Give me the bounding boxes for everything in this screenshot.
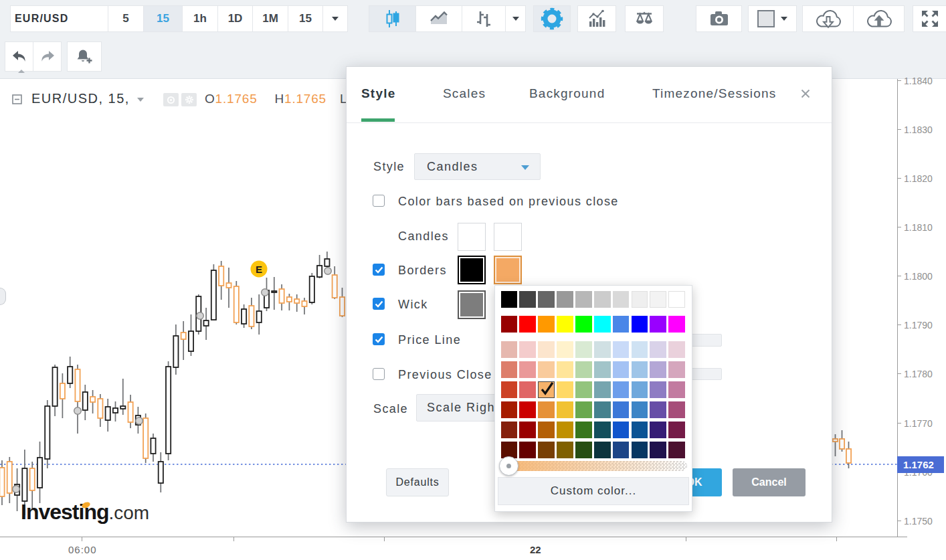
svg-text:E: E: [256, 264, 262, 275]
